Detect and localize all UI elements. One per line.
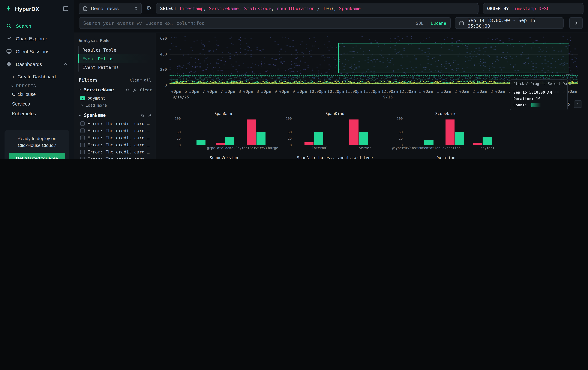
spanname-checkbox-list: Error: The credit card (…Error: The cred…: [78, 120, 152, 159]
x-tick-label: 2:00am: [454, 89, 469, 94]
selection-box[interactable]: [338, 43, 569, 73]
chart-plot[interactable]: [183, 117, 279, 145]
checkbox[interactable]: [80, 128, 85, 133]
filter-checkbox-row[interactable]: Error: The credit card (…: [78, 141, 152, 148]
chart-title: ScopeName: [391, 110, 501, 117]
bar: [305, 142, 314, 145]
event-search-input[interactable]: Search your events w/ Lucene ex. column:…: [79, 17, 451, 29]
clear-all-filters-button[interactable]: Clear all: [130, 78, 151, 82]
database-icon: [83, 6, 88, 11]
filter-group-servicename[interactable]: ServiceName Clear: [78, 87, 152, 92]
chart-explorer-icon: [6, 36, 12, 41]
sidebar-item-clickhouse[interactable]: ClickHouse: [0, 90, 74, 99]
checkbox[interactable]: [80, 96, 85, 100]
get-started-button[interactable]: Get Started for Free: [9, 153, 65, 159]
chevron-down-icon: [78, 88, 82, 92]
x-tick-label: Server: [359, 146, 371, 150]
app-title: HyperDX: [15, 5, 60, 12]
threshold-line: [169, 75, 578, 76]
filter-checkbox-row[interactable]: Error: The credit card (…: [78, 120, 152, 127]
selection-handle[interactable]: [566, 74, 570, 75]
timeline-chart[interactable]: [169, 36, 578, 85]
x-tick-label: 10:00pm: [309, 89, 326, 94]
presets-toggle[interactable]: PRESETS: [0, 81, 74, 90]
x-tick-label: 8:30pm: [256, 89, 271, 94]
chart-plot[interactable]: [294, 117, 390, 145]
chart-tooltip: Click & Drag to Select Data Sep 15 5:10:…: [510, 80, 568, 110]
filter-checkbox-row[interactable]: Error: The credit card (…: [78, 134, 152, 141]
date-range-value: Sep 14 18:00:00 - Sep 15 05:30:00: [468, 17, 559, 29]
promo-text-line1: Ready to deploy on: [9, 135, 65, 142]
search-icon[interactable]: [141, 113, 145, 117]
y-tick-label: 50: [288, 130, 292, 134]
bar: [225, 137, 234, 145]
checkbox[interactable]: [80, 157, 85, 159]
checkbox[interactable]: [80, 150, 85, 154]
x-tick-label: @hyperdx/instrumentation-exception: [392, 146, 461, 150]
chevron-right-icon: [576, 102, 580, 106]
settings-gear-icon[interactable]: ⚙: [146, 5, 151, 10]
date-range-picker[interactable]: Sep 14 18:00:00 - Sep 15 05:30:00: [455, 17, 564, 29]
next-page-button[interactable]: [574, 100, 582, 108]
sidebar-item-dashboards[interactable]: Dashboards: [0, 58, 74, 70]
checkbox[interactable]: [80, 142, 85, 147]
x-tick-label: grpc.oteldemo.PaymentService/Charge: [207, 146, 278, 150]
sidebar-item-chart-explorer[interactable]: Chart Explorer: [0, 32, 74, 45]
filter-checkbox-row[interactable]: Error: The credit card (…: [78, 148, 152, 155]
y-tick-label: 100: [397, 117, 403, 120]
date-label: 9/14/25: [172, 95, 189, 99]
analysis-mode-results-table[interactable]: Results Table: [78, 46, 152, 54]
pin-icon[interactable]: [133, 88, 137, 92]
mini-chart: SpanName10050250grpc.oteldemo.PaymentSer…: [169, 110, 279, 152]
chart-title: SpanAttributes...yment.card_type: [280, 154, 390, 159]
sidebar-item-client-sessions[interactable]: Client Sessions: [0, 45, 74, 58]
chart-title: SpanKind: [280, 110, 390, 117]
x-tick-label: 1:30am: [437, 89, 451, 94]
plus-icon: +: [12, 74, 15, 79]
x-tick-label: payment: [481, 146, 495, 150]
checkbox[interactable]: [80, 121, 85, 126]
bar: [247, 120, 256, 145]
load-more-button[interactable]: Load more: [78, 101, 152, 108]
mini-chart: ScopeVersion100502500.1.00.51.1: [169, 154, 279, 159]
page-indicator: 5: [568, 102, 570, 107]
sidebar-item-services[interactable]: Services: [0, 99, 74, 109]
analysis-mode-event-deltas[interactable]: Event Deltas: [78, 54, 152, 63]
app-root: HyperDX Search Chart Explorer: [0, 0, 588, 159]
run-search-button[interactable]: [569, 17, 583, 29]
filter-group-spanname[interactable]: SpanName: [78, 113, 152, 118]
chart-xlabels: @hyperdx/instrumentation-exceptionpaymen…: [405, 145, 501, 150]
topbar: Demo Traces ⚙ SELECT Timestamp, ServiceN…: [74, 0, 588, 33]
checkbox[interactable]: [80, 135, 85, 140]
promo-text-line2: ClickHouse Cloud?: [9, 142, 65, 149]
filter-checkbox-row[interactable]: Error: The credit card (…: [78, 127, 152, 134]
bar: [349, 120, 358, 145]
analysis-mode-event-patterns[interactable]: Event Patterns: [78, 63, 152, 72]
filter-value-label: Error: The credit card (…: [87, 156, 152, 159]
main-content: 6004002000 6:00pm6:30pm7:00pm7:30pm8:00p…: [156, 33, 588, 159]
y-tick-label: 50: [399, 130, 403, 134]
chart-plot[interactable]: [405, 117, 501, 145]
calendar-icon: [459, 20, 464, 26]
filter-checkbox-row[interactable]: payment: [78, 94, 152, 101]
sql-query-input[interactable]: SELECT Timestamp, ServiceName, StatusCod…: [156, 3, 479, 14]
clear-servicename-button[interactable]: Clear: [140, 88, 152, 92]
filter-value-label: payment: [87, 95, 106, 100]
pin-icon[interactable]: [148, 113, 152, 117]
create-dashboard-button[interactable]: + Create Dashboard: [0, 72, 74, 82]
lucene-mode-toggle[interactable]: Lucene: [431, 20, 446, 26]
y-tick-label: 0: [165, 83, 167, 87]
search-icon[interactable]: [126, 88, 130, 92]
source-select[interactable]: Demo Traces: [79, 3, 142, 14]
mini-chart: SpanAttributes...yment.card_type10050250…: [280, 154, 390, 159]
chevron-up-icon[interactable]: [63, 62, 68, 66]
servicename-checkbox-list: payment: [78, 94, 152, 101]
chart-xlabels: InternalServer: [294, 145, 390, 150]
sidebar-item-search[interactable]: Search: [0, 20, 74, 32]
sql-mode-toggle[interactable]: SQL: [416, 20, 423, 26]
filter-checkbox-row[interactable]: Error: The credit card (…: [78, 155, 152, 159]
sidebar-item-kubernetes[interactable]: Kubernetes: [0, 109, 74, 119]
orderby-input[interactable]: ORDER BY Timestamp DESC: [483, 3, 584, 14]
bar: [256, 132, 266, 145]
sidebar-collapse-icon[interactable]: [63, 6, 69, 11]
